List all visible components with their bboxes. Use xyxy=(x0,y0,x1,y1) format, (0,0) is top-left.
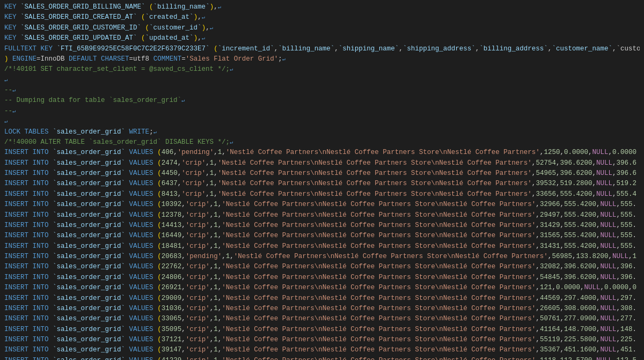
line-content: ) ENGINE=InnoDB DEFAULT CHARSET=utf8 COM… xyxy=(4,54,640,64)
code-line: INSERT INTO `sales_order_grid` VALUES (8… xyxy=(0,189,644,200)
code-line: KEY `SALES_ORDER_GRID_UPDATED_AT` (`upda… xyxy=(0,33,644,43)
code-line: INSERT INTO `sales_order_grid` VALUES (4… xyxy=(0,168,644,179)
code-line: INSERT INTO `sales_order_grid` VALUES (2… xyxy=(0,293,644,304)
code-line: KEY `SALES_ORDER_GRID_BILLING_NAME` (`bi… xyxy=(0,2,644,12)
code-line: KEY `SALES_ORDER_GRID_CUSTOMER_ID` (`cus… xyxy=(0,23,644,33)
code-line: INSERT INTO `sales_order_grid` VALUES (1… xyxy=(0,200,644,210)
code-line: INSERT INTO `sales_order_grid` VALUES (1… xyxy=(0,231,644,241)
line-content: KEY `SALES_ORDER_GRID_CREATED_AT` (`crea… xyxy=(4,12,640,23)
line-content: INSERT INTO `sales_order_grid` VALUES (1… xyxy=(4,221,640,231)
code-line: ↵ xyxy=(0,116,644,127)
line-content: INSERT INTO `sales_order_grid` VALUES (6… xyxy=(4,179,640,189)
code-line: ) ENGINE=InnoDB DEFAULT CHARSET=utf8 COM… xyxy=(0,54,644,64)
line-content: INSERT INTO `sales_order_grid` VALUES (8… xyxy=(4,189,640,200)
line-content: INSERT INTO `sales_order_grid` VALUES (1… xyxy=(4,210,640,221)
line-content: /*!40101 SET character_set_client = @sav… xyxy=(4,64,640,75)
code-line: --↵ xyxy=(0,106,644,116)
code-line: INSERT INTO `sales_order_grid` VALUES (2… xyxy=(0,252,644,262)
code-line: INSERT INTO `sales_order_grid` VALUES (1… xyxy=(0,241,644,252)
line-content: INSERT INTO `sales_order_grid` VALUES (2… xyxy=(4,262,640,272)
line-content: FULLTEXT KEY `FTI_65B9E9925EC58F0C7C2E2F… xyxy=(4,44,640,54)
code-line: INSERT INTO `sales_order_grid` VALUES (3… xyxy=(0,325,644,335)
line-content: INSERT INTO `sales_order_grid` VALUES (1… xyxy=(4,231,640,241)
code-line: INSERT INTO `sales_order_grid` VALUES (2… xyxy=(0,283,644,293)
line-content: INSERT INTO `sales_order_grid` VALUES (1… xyxy=(4,241,640,252)
line-content: KEY `SALES_ORDER_GRID_BILLING_NAME` (`bi… xyxy=(4,2,640,12)
line-content: INSERT INTO `sales_order_grid` VALUES (2… xyxy=(4,158,640,168)
code-line: INSERT INTO `sales_order_grid` VALUES (3… xyxy=(0,345,644,355)
line-content: INSERT INTO `sales_order_grid` VALUES (1… xyxy=(4,200,640,210)
line-content: INSERT INTO `sales_order_grid` VALUES (4… xyxy=(4,148,640,158)
code-line: INSERT INTO `sales_order_grid` VALUES (2… xyxy=(0,273,644,283)
code-line: /*!40000 ALTER TABLE `sales_order_grid` … xyxy=(0,137,644,148)
line-content: KEY `SALES_ORDER_GRID_CUSTOMER_ID` (`cus… xyxy=(4,23,640,33)
code-editor: KEY `SALES_ORDER_GRID_BILLING_NAME` (`bi… xyxy=(0,0,644,360)
line-content: INSERT INTO `sales_order_grid` VALUES (2… xyxy=(4,252,640,262)
code-line: /*!40101 SET character_set_client = @sav… xyxy=(0,64,644,75)
line-content: /*!40000 ALTER TABLE `sales_order_grid` … xyxy=(4,137,640,148)
code-line: INSERT INTO `sales_order_grid` VALUES (3… xyxy=(0,335,644,345)
line-content: ↵ xyxy=(4,75,640,85)
code-line: INSERT INTO `sales_order_grid` VALUES (1… xyxy=(0,221,644,231)
code-line: INSERT INTO `sales_order_grid` VALUES (4… xyxy=(0,356,644,360)
line-content: --↵ xyxy=(4,85,640,95)
code-line: -- Dumping data for table `sales_order_g… xyxy=(0,95,644,106)
code-line: INSERT INTO `sales_order_grid` VALUES (2… xyxy=(0,158,644,168)
code-line: INSERT INTO `sales_order_grid` VALUES (4… xyxy=(0,148,644,158)
line-content: KEY `SALES_ORDER_GRID_UPDATED_AT` (`upda… xyxy=(4,33,640,43)
line-content: ↵ xyxy=(4,116,640,127)
line-content: INSERT INTO `sales_order_grid` VALUES (2… xyxy=(4,283,640,293)
line-content: INSERT INTO `sales_order_grid` VALUES (4… xyxy=(4,356,640,360)
code-line: INSERT INTO `sales_order_grid` VALUES (1… xyxy=(0,210,644,221)
line-content: INSERT INTO `sales_order_grid` VALUES (3… xyxy=(4,335,640,345)
code-line: ↵ xyxy=(0,75,644,85)
line-content: -- Dumping data for table `sales_order_g… xyxy=(4,95,640,106)
code-line: KEY `SALES_ORDER_GRID_CREATED_AT` (`crea… xyxy=(0,12,644,23)
line-content: INSERT INTO `sales_order_grid` VALUES (3… xyxy=(4,304,640,314)
line-content: INSERT INTO `sales_order_grid` VALUES (2… xyxy=(4,293,640,304)
code-line: INSERT INTO `sales_order_grid` VALUES (6… xyxy=(0,179,644,189)
code-line: --↵ xyxy=(0,85,644,95)
code-line: INSERT INTO `sales_order_grid` VALUES (3… xyxy=(0,314,644,324)
line-content: --↵ xyxy=(4,106,640,116)
code-line: INSERT INTO `sales_order_grid` VALUES (2… xyxy=(0,262,644,272)
line-content: INSERT INTO `sales_order_grid` VALUES (2… xyxy=(4,273,640,283)
code-line: INSERT INTO `sales_order_grid` VALUES (3… xyxy=(0,304,644,314)
code-line: LOCK TABLES `sales_order_grid` WRITE;↵ xyxy=(0,127,644,137)
line-content: INSERT INTO `sales_order_grid` VALUES (3… xyxy=(4,314,640,324)
line-content: LOCK TABLES `sales_order_grid` WRITE;↵ xyxy=(4,127,640,137)
line-content: INSERT INTO `sales_order_grid` VALUES (4… xyxy=(4,168,640,179)
code-line: FULLTEXT KEY `FTI_65B9E9925EC58F0C7C2E2F… xyxy=(0,44,644,54)
line-content: INSERT INTO `sales_order_grid` VALUES (3… xyxy=(4,345,640,355)
line-content: INSERT INTO `sales_order_grid` VALUES (3… xyxy=(4,325,640,335)
